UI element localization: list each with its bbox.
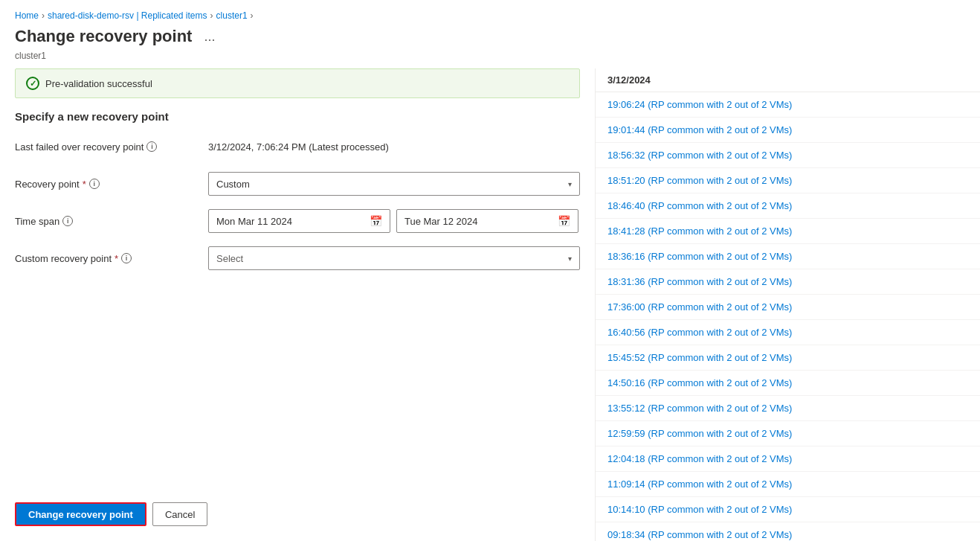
rp-list-item[interactable]: 19:06:24 (RP common with 2 out of 2 VMs): [596, 92, 980, 118]
rp-list-item[interactable]: 10:14:10 (RP common with 2 out of 2 VMs): [596, 497, 980, 522]
date-from-value: Mon Mar 11 2024: [216, 216, 292, 227]
timespan-label: Time span i: [15, 216, 208, 227]
custom-rp-chevron-icon: ▾: [568, 255, 572, 263]
recovery-point-label: Recovery point * i: [15, 179, 208, 190]
custom-rp-row: Custom recovery point * i Select ▾: [15, 246, 580, 270]
rp-list-item[interactable]: 17:36:00 (RP common with 2 out of 2 VMs): [596, 295, 980, 320]
rp-list-item[interactable]: 15:45:52 (RP common with 2 out of 2 VMs): [596, 345, 980, 371]
validation-message: Pre-validation successful: [45, 78, 152, 89]
timespan-row: Time span i Mon Mar 11 2024 📅 Tue Mar 12…: [15, 209, 580, 233]
rp-list-item[interactable]: 18:51:20 (RP common with 2 out of 2 VMs): [596, 168, 980, 193]
breadcrumb: Home › shared-disk-demo-rsv | Replicated…: [0, 0, 980, 25]
rp-list-item[interactable]: 18:46:40 (RP common with 2 out of 2 VMs): [596, 193, 980, 219]
main-content: Pre-validation successful Specify a new …: [0, 68, 980, 541]
rp-list-item[interactable]: 11:09:14 (RP common with 2 out of 2 VMs): [596, 472, 980, 497]
breadcrumb-sep2: ›: [210, 10, 213, 21]
recovery-point-value: Custom: [216, 179, 250, 190]
breadcrumb-sep1: ›: [42, 10, 45, 21]
custom-rp-placeholder: Select: [216, 253, 243, 264]
page-title: Change recovery point: [15, 27, 192, 46]
calendar-from-icon: 📅: [370, 215, 382, 227]
timespan-inputs: Mon Mar 11 2024 📅 Tue Mar 12 2024 📅: [208, 209, 578, 233]
left-panel: Pre-validation successful Specify a new …: [0, 68, 595, 541]
right-panel: 3/12/2024 19:06:24 (RP common with 2 out…: [595, 68, 980, 541]
rp-list-item[interactable]: 13:55:12 (RP common with 2 out of 2 VMs): [596, 396, 980, 421]
recovery-point-row: Recovery point * i Custom ▾: [15, 172, 580, 196]
change-recovery-point-button[interactable]: Change recovery point: [15, 502, 146, 526]
rp-list-item[interactable]: 19:01:44 (RP common with 2 out of 2 VMs): [596, 118, 980, 143]
breadcrumb-rsv[interactable]: shared-disk-demo-rsv | Replicated items: [48, 10, 207, 21]
custom-rp-label: Custom recovery point * i: [15, 253, 208, 264]
custom-rp-dropdown[interactable]: Select ▾: [208, 246, 580, 270]
breadcrumb-sep3: ›: [251, 10, 254, 21]
recovery-point-chevron-icon: ▾: [568, 180, 572, 188]
timespan-info-icon[interactable]: i: [62, 216, 73, 226]
rp-list-item[interactable]: 14:50:16 (RP common with 2 out of 2 VMs): [596, 371, 980, 396]
rp-list-item[interactable]: 09:18:34 (RP common with 2 out of 2 VMs): [596, 522, 980, 541]
cancel-button[interactable]: Cancel: [152, 502, 207, 526]
rp-list[interactable]: 19:06:24 (RP common with 2 out of 2 VMs)…: [596, 92, 980, 541]
page-subtitle: cluster1: [0, 51, 980, 68]
recovery-point-required: *: [83, 179, 86, 190]
check-icon: [26, 77, 39, 90]
footer-buttons: Change recovery point Cancel: [15, 487, 580, 541]
last-failed-info-icon[interactable]: i: [146, 141, 157, 152]
recovery-point-info-icon[interactable]: i: [89, 179, 100, 189]
section-title: Specify a new recovery point: [15, 110, 580, 123]
breadcrumb-cluster[interactable]: cluster1: [216, 10, 248, 21]
last-failed-label: Last failed over recovery point i: [15, 141, 208, 153]
rp-list-item[interactable]: 18:41:28 (RP common with 2 out of 2 VMs): [596, 219, 980, 244]
rp-date-header: 3/12/2024: [596, 68, 980, 92]
last-failed-row: Last failed over recovery point i 3/12/2…: [15, 135, 580, 159]
validation-banner: Pre-validation successful: [15, 68, 580, 98]
rp-list-item[interactable]: 18:31:36 (RP common with 2 out of 2 VMs): [596, 269, 980, 295]
rp-list-item[interactable]: 16:40:56 (RP common with 2 out of 2 VMs): [596, 320, 980, 345]
custom-rp-required: *: [115, 253, 118, 264]
calendar-to-icon: 📅: [558, 215, 570, 227]
recovery-point-dropdown[interactable]: Custom ▾: [208, 172, 580, 196]
date-to-input[interactable]: Tue Mar 12 2024 📅: [396, 209, 578, 233]
last-failed-value: 3/12/2024, 7:06:24 PM (Latest processed): [208, 141, 389, 153]
custom-rp-info-icon[interactable]: i: [121, 253, 132, 263]
rp-list-item[interactable]: 12:59:59 (RP common with 2 out of 2 VMs): [596, 421, 980, 446]
page-header: Change recovery point ...: [0, 25, 980, 51]
rp-list-item[interactable]: 18:36:16 (RP common with 2 out of 2 VMs): [596, 244, 980, 269]
breadcrumb-home[interactable]: Home: [15, 10, 39, 21]
date-to-value: Tue Mar 12 2024: [404, 216, 478, 227]
rp-list-item[interactable]: 18:56:32 (RP common with 2 out of 2 VMs): [596, 143, 980, 168]
rp-list-item[interactable]: 12:04:18 (RP common with 2 out of 2 VMs): [596, 446, 980, 472]
date-from-input[interactable]: Mon Mar 11 2024 📅: [208, 209, 390, 233]
ellipsis-menu-button[interactable]: ...: [199, 28, 219, 46]
